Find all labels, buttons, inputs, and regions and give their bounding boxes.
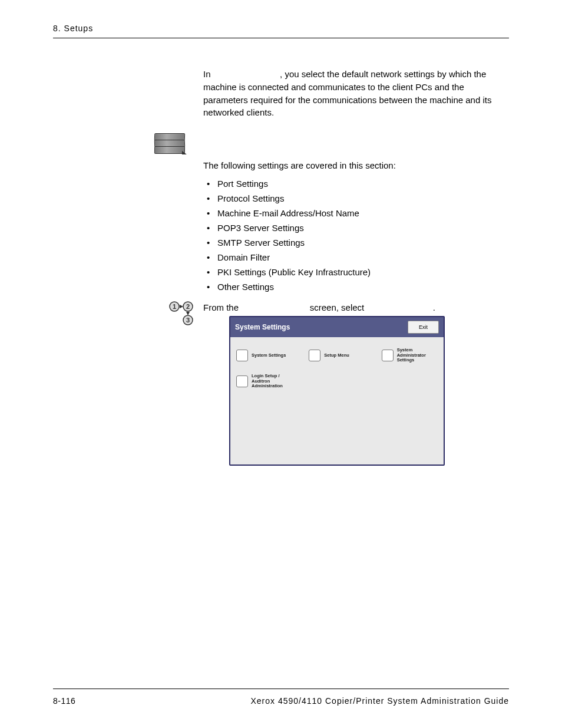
svg-text:3: 3: [186, 317, 190, 324]
screenshot-title: System Settings: [235, 323, 290, 331]
system-settings-screenshot: System Settings Exit System Settings Set…: [229, 316, 445, 466]
step-prefix: From the: [203, 302, 241, 312]
intro-paragraph: In Network Settings, you select the defa…: [203, 68, 498, 119]
tile-login-setup-auditron[interactable]: Login Setup / Auditron Administration: [236, 374, 295, 389]
step-suffix: .: [433, 302, 435, 312]
page-footer: 8-116 Xerox 4590/4110 Copier/Printer Sys…: [53, 689, 509, 706]
page-number: 8-116: [53, 696, 75, 706]
page-header: 8. Setups: [53, 24, 509, 33]
tile-label: Login Setup / Auditron Administration: [252, 374, 295, 389]
tile-box-icon: [236, 375, 248, 387]
list-item: Protocol Settings: [203, 191, 498, 206]
bullet-list: Port Settings Protocol Settings Machine …: [203, 176, 498, 294]
step-instruction: From the System Settings screen, select …: [203, 302, 498, 312]
book-title: Xerox 4590/4110 Copier/Printer System Ad…: [250, 696, 509, 706]
intro-prefix: In: [203, 69, 213, 79]
svg-marker-2: [180, 305, 183, 308]
step-middle: screen, select: [308, 302, 367, 312]
exit-button[interactable]: Exit: [408, 321, 439, 334]
svg-marker-5: [186, 312, 190, 315]
svg-text:2: 2: [186, 303, 190, 310]
tile-box-icon: [309, 350, 320, 361]
tile-box-icon: [382, 350, 394, 361]
svg-text:1: 1: [173, 303, 176, 310]
tile-system-settings[interactable]: System Settings: [236, 348, 292, 363]
section-intro: The following settings are covered in th…: [203, 160, 498, 170]
books-icon: [153, 133, 187, 158]
tile-setup-menu[interactable]: Setup Menu: [309, 348, 365, 363]
intro-suffix: , you select the default network setting…: [203, 69, 491, 117]
tile-system-administrator-settings[interactable]: System Administrator Settings: [382, 348, 438, 363]
list-item: Port Settings: [203, 176, 498, 191]
list-item: Domain Filter: [203, 250, 498, 265]
list-item: Machine E-mail Address/Host Name: [203, 206, 498, 220]
list-item: Other Settings: [203, 279, 498, 294]
tile-label: System Settings: [252, 353, 286, 358]
list-item: POP3 Server Settings: [203, 220, 498, 235]
list-item: SMTP Server Settings: [203, 235, 498, 250]
list-item: PKI Settings (Public Key Infrastructure): [203, 265, 498, 279]
header-divider: [53, 38, 509, 38]
tile-label: Setup Menu: [324, 353, 349, 358]
step-123-icon: 1 2 3: [169, 301, 197, 326]
tile-box-icon: [236, 350, 248, 361]
tile-label: System Administrator Settings: [397, 348, 438, 363]
